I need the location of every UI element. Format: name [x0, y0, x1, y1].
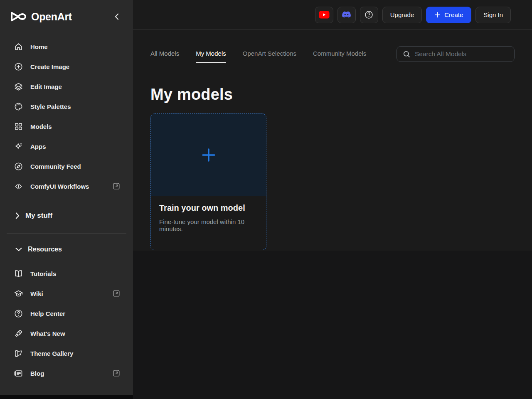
newspaper-icon: [14, 369, 23, 378]
page-title: My models: [150, 86, 515, 103]
chevron-right-icon: [15, 212, 20, 219]
logo-text: OpenArt: [31, 11, 72, 23]
sidebar-item-label: ComfyUI Workflows: [30, 183, 89, 190]
help-circle-icon: [14, 309, 23, 318]
sidebar-item-style-palettes[interactable]: Style Palettes: [0, 96, 133, 116]
resources-toggle[interactable]: Resources: [0, 235, 133, 264]
sidebar-item-label: Help Center: [30, 310, 65, 317]
sidebar-item-label: Community Feed: [30, 163, 81, 170]
graduation-cap-icon: [14, 289, 23, 298]
content-section: All Models My Models OpenArt Selections …: [133, 30, 532, 251]
sidebar-item-whats-new[interactable]: What's New: [0, 323, 133, 343]
sidebar-item-create-image[interactable]: Create Image: [0, 57, 133, 76]
sidebar-item-help-center[interactable]: Help Center: [0, 303, 133, 323]
sidebar-item-label: What's New: [30, 330, 65, 337]
topbar: Upgrade Create Sign In: [133, 0, 532, 30]
search-icon: [402, 50, 411, 59]
theme-gallery-icon: [14, 349, 23, 358]
sidebar-item-apps[interactable]: Apps: [0, 136, 133, 156]
sidebar-item-edit-image[interactable]: Edit Image: [0, 76, 133, 96]
search-box[interactable]: [397, 46, 515, 62]
sidebar-header: OpenArt: [0, 0, 133, 33]
openart-logo[interactable]: OpenArt: [8, 11, 72, 23]
layers-icon: [14, 82, 23, 91]
sidebar-item-blog[interactable]: Blog: [0, 363, 133, 383]
sparkle-icon: [14, 142, 23, 151]
help-icon: [364, 10, 374, 20]
sidebar-item-label: Tutorials: [30, 270, 56, 277]
home-icon: [14, 42, 23, 52]
sidebar-item-home[interactable]: Home: [0, 37, 133, 57]
code-icon: [14, 182, 23, 191]
train-model-card-image: [151, 114, 266, 196]
my-stuff-label: My stuff: [25, 212, 52, 220]
book-icon: [14, 269, 23, 278]
sidebar-item-label: Home: [30, 43, 48, 50]
sidebar-item-label: Theme Gallery: [30, 350, 73, 357]
train-model-card[interactable]: Train your own model Fine-tune your mode…: [150, 113, 266, 250]
signin-button[interactable]: Sign In: [475, 7, 511, 23]
discord-icon: [341, 10, 352, 19]
card-title: Train your own model: [159, 203, 258, 213]
plus-icon: [434, 12, 441, 18]
discord-button[interactable]: [337, 7, 356, 23]
external-link-icon: [112, 182, 121, 190]
plus-icon: [200, 147, 217, 163]
help-button[interactable]: [360, 7, 378, 23]
grid-icon: [14, 122, 23, 131]
sidebar-divider: [7, 198, 126, 198]
sidebar-item-models[interactable]: Models: [0, 116, 133, 136]
rocket-icon: [14, 329, 23, 338]
sidebar-item-wiki[interactable]: Wiki: [0, 283, 133, 303]
external-link-icon: [112, 289, 121, 298]
train-model-card-body: Train your own model Fine-tune your mode…: [151, 196, 266, 239]
sidebar-item-community-feed[interactable]: Community Feed: [0, 156, 133, 176]
upgrade-button[interactable]: Upgrade: [382, 7, 422, 23]
sidebar-item-label: Blog: [30, 370, 44, 377]
sidebar-item-label: Style Palettes: [30, 103, 71, 110]
sidebar-collapse-button[interactable]: [113, 12, 121, 22]
tab-all-models[interactable]: All Models: [150, 50, 179, 63]
plus-circle-icon: [14, 62, 23, 71]
search-input[interactable]: [415, 50, 509, 58]
resources-label: Resources: [28, 246, 62, 253]
palette-icon: [14, 102, 23, 111]
tab-my-models[interactable]: My Models: [196, 50, 226, 63]
sidebar-item-label: Create Image: [30, 63, 69, 70]
openart-logo-icon: [8, 11, 27, 22]
card-subtitle: Fine-tune your model within 10 minutes.: [159, 218, 258, 232]
resources-nav: Tutorials Wiki Help Center What's New Th…: [0, 264, 133, 383]
compass-icon: [14, 162, 23, 171]
youtube-button[interactable]: [315, 7, 333, 23]
sidebar-item-label: Edit Image: [30, 83, 62, 90]
sidebar-item-tutorials[interactable]: Tutorials: [0, 264, 133, 283]
my-stuff-toggle[interactable]: My stuff: [0, 200, 133, 232]
sidebar-item-label: Models: [30, 123, 52, 130]
main-area: Upgrade Create Sign In All Models My Mod…: [133, 0, 532, 399]
tab-openart-selections[interactable]: OpenArt Selections: [243, 50, 296, 63]
sidebar-item-comfyui-workflows[interactable]: ComfyUI Workflows: [0, 176, 133, 196]
sidebar-nav: Home Create Image Edit Image Style Palet…: [0, 33, 133, 196]
lower-background: [133, 251, 532, 399]
sidebar-item-label: Apps: [30, 143, 46, 150]
chevron-left-icon: [115, 13, 119, 20]
sidebar-item-theme-gallery[interactable]: Theme Gallery: [0, 343, 133, 363]
chevron-down-icon: [15, 247, 22, 251]
tab-community-models[interactable]: Community Models: [313, 50, 366, 63]
create-button-label: Create: [444, 11, 463, 18]
external-link-icon: [112, 369, 121, 377]
sidebar-divider: [7, 233, 126, 234]
sidebar: OpenArt Home Create Image Edit Image Sty…: [0, 0, 133, 395]
youtube-icon: [319, 11, 330, 19]
create-button[interactable]: Create: [426, 7, 471, 23]
sidebar-item-label: Wiki: [30, 290, 43, 297]
